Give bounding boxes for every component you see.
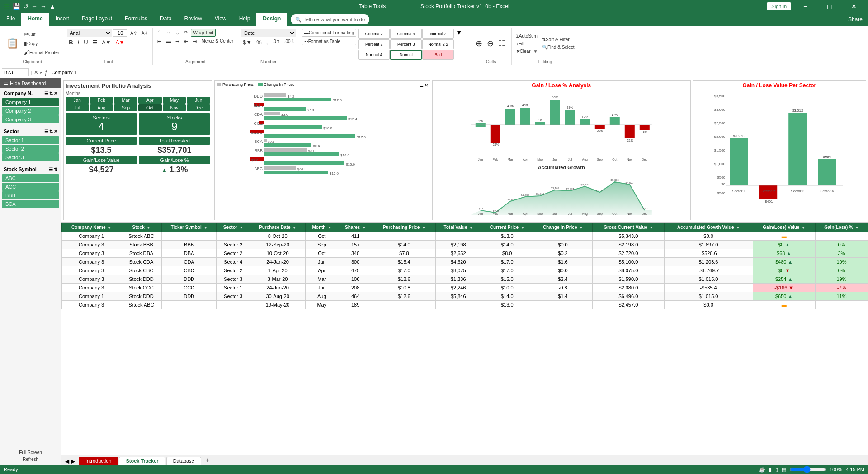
cell-stock[interactable]: Srtock ABC (121, 232, 162, 241)
tab-design[interactable]: Design (256, 13, 287, 26)
cell-month[interactable]: Oct (306, 249, 338, 258)
cell-sector[interactable]: Sector 3 (217, 275, 250, 284)
cell-change-price[interactable]: $2.4 (533, 275, 592, 284)
cell-gain-value[interactable]: ▬ (753, 232, 815, 241)
underline-button[interactable]: U (82, 38, 90, 47)
cell-current-price[interactable]: $17.0 (481, 258, 533, 266)
cell-gain-pct[interactable]: -7% (815, 284, 868, 292)
cell-purchase-price[interactable]: $10.8 (373, 284, 435, 292)
font-size-input[interactable] (113, 29, 127, 37)
font-color-button[interactable]: A▼ (113, 38, 126, 47)
cell-purchase-date[interactable]: 10-Oct-20 (250, 249, 305, 258)
cell-sector[interactable]: Sector 2 (217, 249, 250, 258)
dec-dec-button[interactable]: .00⇩ (283, 38, 296, 47)
tab-insert[interactable]: Insert (49, 13, 75, 26)
cell-ticker[interactable]: CDA (161, 258, 217, 266)
share-button[interactable]: Share (843, 14, 868, 24)
cell-shares[interactable]: 106 (338, 275, 373, 284)
cell-change-price[interactable]: $1.6 (533, 258, 592, 266)
cell-stock[interactable]: Stock CCC (121, 284, 162, 292)
center-align-button[interactable]: ▬ (164, 38, 173, 45)
fill-color-button[interactable]: A▼ (100, 38, 113, 47)
number-format-select[interactable]: Date (241, 29, 296, 37)
month-mar[interactable]: Mar (114, 97, 137, 104)
autosum-button[interactable]: Σ AutoSum (514, 33, 539, 39)
right-arrow-icon[interactable]: ▶ (71, 458, 75, 465)
month-jan[interactable]: Jan (66, 97, 89, 104)
cell-company[interactable]: Company 3 (62, 301, 121, 309)
cell-sector[interactable]: Sector 2 (217, 266, 250, 275)
increase-indent-button[interactable]: ⇥ (191, 38, 198, 45)
sector-close-icon[interactable]: ✕ (54, 129, 57, 134)
cell-gross[interactable]: $2,080.0 (593, 284, 665, 292)
cell-purchase-price[interactable]: $7.8 (373, 249, 435, 258)
copy-button[interactable]: ▮ Copy (22, 39, 61, 47)
cell-company[interactable]: Company 3 (62, 241, 121, 249)
bad-style[interactable]: Bad (422, 50, 454, 60)
cell-ticker[interactable] (161, 301, 217, 309)
cell-sector[interactable]: Sector 2 (217, 241, 250, 249)
sidebar-item-company2[interactable]: Company 2 (2, 107, 59, 115)
cell-purchase-date[interactable]: 1-Apr-20 (250, 266, 305, 275)
cell-shares[interactable]: 411 (338, 232, 373, 241)
right-align-button[interactable]: ⇥ (174, 38, 181, 45)
zoom-slider[interactable] (790, 466, 826, 473)
tab-view[interactable]: View (208, 13, 233, 26)
cell-current-price[interactable]: $10.0 (481, 284, 533, 292)
cell-purchase-date[interactable]: 24-Jan-20 (250, 258, 305, 266)
cell-month[interactable]: Mar (306, 275, 338, 284)
format-as-table-button[interactable]: ☶ Format as Table (302, 38, 357, 45)
align-bottom-button[interactable]: ⇩ (174, 29, 181, 37)
cell-stock[interactable]: Stock CDA (121, 258, 162, 266)
format-painter-button[interactable]: 🖌 Format Painter (22, 48, 61, 57)
sidebar-item-bbb[interactable]: BBB (2, 191, 59, 199)
tab-help[interactable]: Help (233, 13, 257, 26)
cell-change-price[interactable]: $0.2 (533, 249, 592, 258)
hide-dashboard-button[interactable]: ☰ Hide Dashboard (0, 78, 61, 88)
cell-accumulated[interactable]: -$528.6 (664, 249, 753, 258)
cell-current-price[interactable]: $13.0 (481, 232, 533, 241)
tab-page-layout[interactable]: Page Layout (75, 13, 118, 26)
cell-sector[interactable] (217, 232, 250, 241)
cancel-formula-icon[interactable]: ✕ (34, 69, 38, 76)
cell-month[interactable]: Apr (306, 266, 338, 275)
cell-stock[interactable]: Stock CBC (121, 266, 162, 275)
cell-stock[interactable]: Stock DDD (121, 275, 162, 284)
title-bar-icon-minimize[interactable]: − (795, 0, 816, 13)
cell-change-price[interactable] (533, 301, 592, 309)
sidebar-item-abc[interactable]: ABC (2, 174, 59, 182)
cell-gain-pct[interactable]: 3% (815, 249, 868, 258)
cell-change-price[interactable] (533, 232, 592, 241)
cell-ticker[interactable]: CBC (161, 266, 217, 275)
cell-company[interactable]: Company 1 (62, 292, 121, 301)
cell-company[interactable]: Company 3 (62, 275, 121, 284)
font-size-inc[interactable]: A⇧ (128, 30, 139, 37)
dollar-button[interactable]: $▼ (241, 38, 254, 47)
normal4-style[interactable]: Normal 4 (358, 50, 390, 60)
confirm-formula-icon[interactable]: ✓ (39, 69, 44, 76)
title-bar-icon-close[interactable]: ✕ (844, 0, 864, 13)
cell-company[interactable]: Company 1 (62, 232, 121, 241)
month-dec[interactable]: Dec (187, 104, 210, 111)
cell-accumulated[interactable]: $1,015.0 (664, 292, 753, 301)
align-middle-button[interactable]: ↔ (164, 29, 173, 37)
cell-ticker[interactable]: DDD (161, 275, 217, 284)
sidebar-item-sector3[interactable]: Sector 3 (2, 153, 59, 161)
cell-total-value[interactable]: $2,652 (435, 249, 481, 258)
cell-ticker[interactable]: DDD (161, 292, 217, 301)
cell-gain-pct[interactable] (815, 301, 868, 309)
cell-ticker[interactable] (161, 232, 217, 241)
cell-gross[interactable]: $2,457.0 (593, 301, 665, 309)
format-button[interactable]: ☷ (496, 38, 507, 49)
cell-purchase-price[interactable]: $15.4 (373, 258, 435, 266)
tab-introduction[interactable]: Introduction (79, 457, 118, 465)
comma-button[interactable]: , (264, 38, 270, 47)
cell-sector[interactable]: Sector 1 (217, 284, 250, 292)
chart-menu-icon[interactable]: ☰ (420, 83, 424, 88)
cell-gain-value[interactable]: -$166 ▼ (753, 284, 815, 292)
cell-accumulated[interactable]: -$1,769.7 (664, 266, 753, 275)
font-size-dec[interactable]: A⇩ (140, 30, 150, 37)
view-page-break-icon[interactable]: ▤ (782, 467, 786, 473)
percent2-style[interactable]: Percent 2 (358, 39, 390, 49)
cell-accumulated[interactable]: $0.0 (664, 232, 753, 241)
